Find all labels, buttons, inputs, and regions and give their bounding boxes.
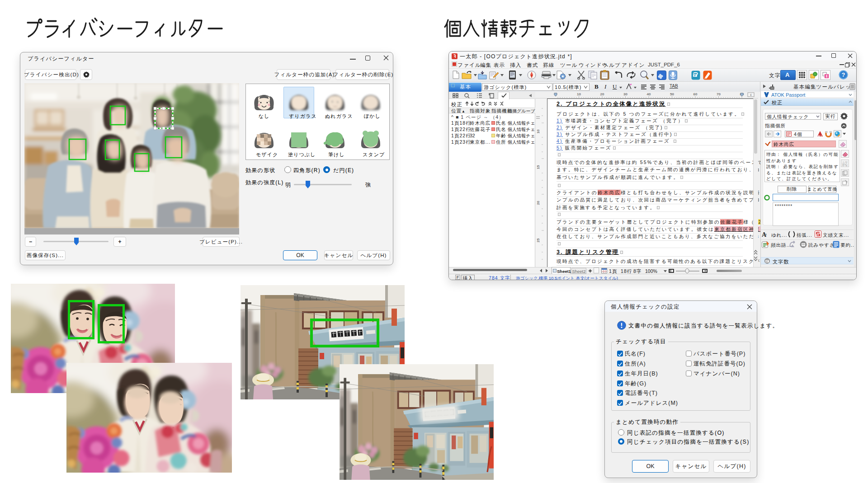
svg-text:40: 40 <box>647 92 651 96</box>
svg-text:50: 50 <box>670 92 674 96</box>
svg-text:c: c <box>750 93 752 96</box>
svg-text:70: 70 <box>717 92 721 96</box>
svg-text:a: a <box>765 232 767 236</box>
svg-text:?: ? <box>842 71 845 78</box>
svg-text:20: 20 <box>600 92 604 96</box>
svg-text:10: 10 <box>536 129 540 133</box>
svg-text:15: 15 <box>536 165 540 169</box>
svg-text:25: 25 <box>536 238 540 242</box>
svg-text:60: 60 <box>693 92 698 96</box>
svg-text:20: 20 <box>536 201 540 205</box>
svg-text:30: 30 <box>623 92 627 96</box>
svg-text:ALL: ALL <box>818 135 823 137</box>
svg-text:10: 10 <box>577 92 581 96</box>
